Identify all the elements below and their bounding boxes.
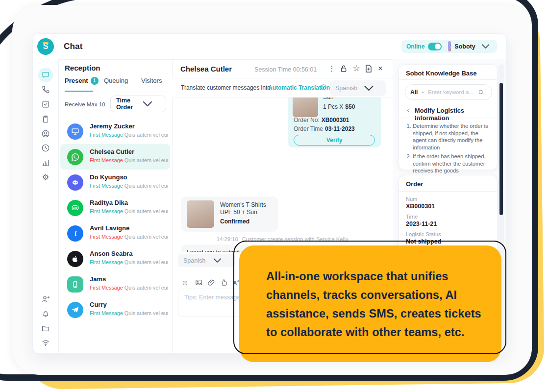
svg-text:A: A xyxy=(233,280,237,286)
svg-text:LINE: LINE xyxy=(73,207,77,209)
contact-row[interactable]: Do Kyungso First Message Quis autem vel … xyxy=(60,170,170,195)
user-menu[interactable]: Soboty xyxy=(443,40,497,53)
session-time: Session Time 00:56:01 xyxy=(254,66,317,73)
time-order-select[interactable]: Time Order xyxy=(110,96,166,112)
image-attach-icon[interactable] xyxy=(195,278,203,287)
star-favorite-icon[interactable]: ☆ xyxy=(351,64,361,74)
chevron-down-icon xyxy=(135,96,160,112)
order-time-label: Time xyxy=(406,214,418,220)
receive-max-label: Receive Max 10 xyxy=(65,101,105,107)
kb-filter[interactable]: All xyxy=(410,89,418,96)
first-message-tag: First Message xyxy=(90,183,123,189)
system-message: 14:29:10Customer create session with Ser… xyxy=(172,236,393,242)
first-message-tag: First Message xyxy=(90,132,123,138)
product-image xyxy=(187,200,214,228)
contact-row[interactable]: Jams First Message Quis autem vel eum iu… xyxy=(60,271,170,297)
agent-nav-icon[interactable] xyxy=(41,129,50,138)
message-list[interactable]: Sun 1 Pcs X$50 Order No:XB000301 Order T… xyxy=(172,98,393,252)
chevron-down-icon xyxy=(479,40,492,53)
svg-text:f: f xyxy=(75,230,77,237)
product-name: Sun xyxy=(323,98,333,100)
callout-text: All-in-one workspace that unifies channe… xyxy=(266,267,484,342)
first-message-tag: First Message xyxy=(90,285,123,291)
verify-button[interactable]: Verify xyxy=(294,135,375,146)
add-agent-icon[interactable] xyxy=(41,294,50,303)
reception-panel: Reception Present1 Queuing Visitors Rece… xyxy=(58,59,172,354)
first-message-tag: First Message xyxy=(90,157,123,163)
tab-present[interactable]: Present1 xyxy=(65,77,99,85)
kb-article-title[interactable]: Modify Logistics Information xyxy=(415,107,497,122)
tab-visitors[interactable]: Visitors xyxy=(141,77,162,84)
translate-bar: Translate customer messages into Automat… xyxy=(172,78,393,98)
chevron-down-icon xyxy=(357,80,380,96)
translate-label: Translate customer messages into xyxy=(181,84,271,91)
back-chevron-icon[interactable] xyxy=(406,108,411,113)
notifications-bell-icon[interactable] xyxy=(41,309,50,318)
settings-nav-icon[interactable]: ⚙ xyxy=(41,173,50,182)
first-message-tag: First Message xyxy=(90,259,123,265)
contact-row[interactable]: Anson Seabra First Message Quis autem ve… xyxy=(60,246,170,271)
reception-title: Reception xyxy=(65,64,100,72)
product-image xyxy=(293,98,318,117)
close-icon[interactable]: × xyxy=(375,64,385,74)
avatar xyxy=(448,41,451,51)
order-num-label: Num xyxy=(406,196,417,202)
chevron-down-icon xyxy=(205,254,229,267)
telegram-channel-icon xyxy=(67,302,83,318)
kb-search-box[interactable]: All xyxy=(405,84,492,100)
knowledge-base-card: Sobot Knowledge Base All Modify Logistic… xyxy=(399,64,498,170)
webchat-channel-icon xyxy=(67,123,83,140)
user-name: Soboty xyxy=(454,43,475,50)
online-label: Online xyxy=(406,43,424,50)
logistic-status-label: Logistic Status xyxy=(406,231,441,237)
tab-queuing[interactable]: Queuing xyxy=(104,77,128,84)
more-options-icon[interactable]: ⋮ xyxy=(327,64,337,74)
info-icon[interactable] xyxy=(320,84,327,91)
kb-steps-list: Determine whether the order is shipped, … xyxy=(407,122,493,176)
translate-language-select[interactable]: Spanish xyxy=(330,80,386,96)
reply-language-select[interactable]: Spanish xyxy=(178,254,235,267)
callout-box: All-in-one workspace that unifies channe… xyxy=(239,245,501,362)
order-num-value: XB000301 xyxy=(406,203,435,210)
wifi-icon[interactable] xyxy=(41,338,50,347)
contact-row[interactable]: Jeremy Zucker First Message Quis autem v… xyxy=(60,119,170,144)
order-number: XB000301 xyxy=(322,117,349,123)
line-channel-icon: LINE xyxy=(67,200,83,216)
page-title: Chat xyxy=(64,42,83,51)
chat-nav-icon[interactable] xyxy=(41,71,50,79)
lock-session-icon[interactable] xyxy=(339,64,349,74)
chevron-down-icon xyxy=(421,90,425,95)
order-card-bubble: Sun 1 Pcs X$50 Order No:XB000301 Order T… xyxy=(288,98,381,147)
folder-icon[interactable] xyxy=(41,324,50,333)
product-status: Confirmed xyxy=(220,218,250,225)
search-icon[interactable] xyxy=(478,89,484,96)
thumbs-up-icon[interactable] xyxy=(220,278,228,287)
order-time-value: 2023-11-21 xyxy=(406,220,437,227)
product-price: $50 xyxy=(345,103,355,110)
order-time: 03-11-2023 xyxy=(325,125,355,132)
contact-row[interactable]: Curry First Message Quis autem vel eum i… xyxy=(60,297,170,322)
scrollbar-thumb[interactable] xyxy=(499,83,503,215)
product-title: Women's T-Shirts UPF 50 + Sun xyxy=(220,201,274,216)
contact-row[interactable]: LINE Raditya Dika First Message Quis aut… xyxy=(60,195,170,220)
contact-row-selected[interactable]: Chelsea Cutler First Message Quis autem … xyxy=(60,144,170,170)
create-ticket-icon[interactable] xyxy=(364,64,374,74)
ticket-nav-icon[interactable] xyxy=(41,115,50,123)
emoji-icon[interactable]: ☺ xyxy=(181,278,189,287)
discord-channel-icon xyxy=(67,174,83,191)
logo-letter: S xyxy=(43,42,49,51)
kb-search-input[interactable] xyxy=(428,89,475,95)
sobot-logo[interactable]: S xyxy=(37,38,54,55)
kb-step: If the order has been shipped, confirm w… xyxy=(413,153,493,174)
facebook-channel-icon: f xyxy=(67,225,83,242)
online-toggle[interactable] xyxy=(428,43,442,50)
product-message-card: Women's T-Shirts UPF 50 + Sun Confirmed xyxy=(181,196,278,232)
phone-nav-icon[interactable] xyxy=(41,85,50,94)
first-message-tag: First Message xyxy=(90,208,123,214)
contact-row[interactable]: f Avril Lavigne First Message Quis autem… xyxy=(60,220,170,246)
kb-title: Sobot Knowledge Base xyxy=(406,70,476,77)
paperclip-icon[interactable] xyxy=(207,278,216,287)
tasks-nav-icon[interactable] xyxy=(41,100,50,109)
history-nav-icon[interactable] xyxy=(41,144,50,152)
analytics-nav-icon[interactable] xyxy=(41,158,50,167)
